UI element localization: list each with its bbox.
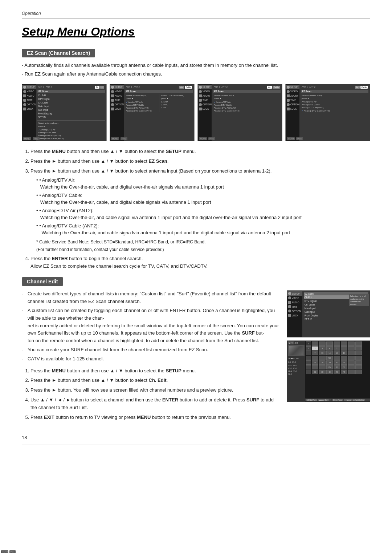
screen4-sidebar-option: OPTION	[286, 102, 299, 107]
screen3-opt1: Analog/DTV Air	[213, 100, 281, 104]
ch-grid-row-4: 27 28 29 30 31	[306, 360, 369, 365]
channel-edit-text: Create two different types of channel li…	[22, 290, 279, 426]
grid-header-1	[312, 341, 318, 346]
screen3-opt2: Analog/DTV Cable	[213, 104, 281, 106]
grid-r4-5: 31	[341, 360, 347, 365]
operation-label: Operation	[22, 11, 370, 16]
screen3-bottom: MENUPrev.	[198, 137, 282, 140]
sidebar-lock: LOCK	[22, 107, 36, 111]
grid-r6-3: 40	[326, 370, 333, 374]
ch-grid-header-left: ▲FX 2-0	[288, 341, 305, 344]
grid-r1-6	[348, 346, 355, 351]
grid-r4-4: 30	[334, 360, 340, 365]
grid-r5-2	[319, 365, 326, 369]
dash-item-3: You can create your SURF channel list fr…	[22, 346, 279, 354]
grid-r3-3: f 23	[326, 356, 333, 360]
screen3-main: ANT 1ANT 2 Air Cable EZ Scan Select ante…	[212, 84, 282, 141]
grid-r6-4: 45	[334, 370, 340, 374]
ez-step-4: Press the ENTER button to begin the chan…	[30, 255, 370, 270]
screen2-opt1: Analog/DTV Air	[125, 100, 158, 104]
ch-sidebar-time: Time	[287, 304, 302, 309]
screen2-sidebar-setup: SETUP	[110, 85, 124, 89]
grid-r5-6	[348, 365, 355, 369]
screen1-title: EZ Scan	[37, 90, 105, 93]
screen2-sidebar: SETUP VIDEO AUDIO TIME OPTION LOCK	[110, 84, 124, 141]
grid-r2-3: 14	[326, 351, 333, 355]
grid-r4-6	[348, 360, 355, 365]
ch-screen-main: EZ Scan Ch.Edit ► DTV Signal Ch. Label M…	[302, 291, 370, 337]
grid-r3-6	[348, 356, 355, 360]
grid-header-3	[326, 341, 333, 346]
ch-left-channels: 2-8 23-8 23-1 74-0 28-2 43-8 11-9 80-8 6…	[288, 361, 305, 376]
grid-r2-5: 16	[341, 351, 347, 355]
top-divider	[22, 18, 370, 19]
sidebar-video: VIDEO	[22, 89, 36, 94]
grid-r3-7	[355, 356, 362, 360]
channel-edit-screens: SETUP VIDEO AUDIO Time OPTION LOCK EZ Sc…	[287, 290, 370, 426]
ch-sidebar-lock: LOCK	[287, 313, 302, 318]
ez-scan-header: EZ Scan (Channel Search)	[22, 49, 95, 57]
grid-header-4	[334, 341, 340, 346]
grid-header-7	[355, 341, 362, 346]
grid-r5-7	[355, 365, 362, 369]
bottom-divider	[22, 445, 370, 445]
screen4-opt4: Analog+DTV Cable(ANT2)	[301, 109, 368, 112]
screen2-band2: 2. HRC	[160, 103, 193, 106]
page-number: 18	[22, 435, 370, 440]
ch-grid-row-2: 7 13 14 15 16	[306, 351, 369, 355]
screen2-sidebar-time: TIME	[110, 98, 124, 102]
screen4-opt2: Analog/DTV Cable	[301, 103, 368, 106]
screen2-bottom: MENUPrev.	[110, 137, 194, 140]
ch-grid-row-1: 2 2 3 4 5	[306, 346, 369, 351]
screen2-sidebar-audio: AUDIO	[110, 94, 124, 98]
screen1-menu-front: Front Display	[37, 112, 105, 116]
grid-r4-3: 29	[326, 360, 333, 365]
grid-r6-7	[355, 370, 362, 374]
sidebar-time: TIME	[22, 98, 36, 102]
grid-r4-1: 27	[312, 360, 318, 365]
dash-item-1: Create two different types of channel li…	[22, 290, 279, 306]
ez-scan-desc-2: - Run EZ Scan again after any Antenna/Ca…	[22, 70, 370, 78]
grid-r1-3: 4	[326, 346, 333, 351]
grid-r6-5: 46	[341, 370, 347, 374]
screen4-title: EZ Scan	[301, 90, 368, 93]
sidebar-setup: SETUP	[22, 85, 36, 89]
ch-grid-col-headers: N	[306, 341, 369, 346]
grid-r5-1	[312, 365, 318, 369]
ch-screen-bottom: MENU Prev.	[1, 550, 16, 553]
grid-header-2	[319, 341, 326, 346]
grid-r4-n	[306, 360, 311, 365]
antenna-bullets: • Analog/DTV Air: Watching the Over-the-…	[30, 177, 370, 236]
screen1-menu-chedit: Ch.Edit	[37, 94, 105, 97]
screen3-opt3: Analog+DTV Air(ANT2)	[213, 106, 281, 109]
ez-scan-screen-3: SETUP VIDEO AUDIO TIME OPTION LOCK ANT 1…	[197, 84, 282, 142]
screen2-title: EZ Scan	[125, 90, 193, 93]
screen1-menu-setid: SET ID	[37, 116, 105, 119]
screen2-sidebar-option: OPTION	[110, 102, 124, 107]
ch-grid-row-5: f 34 35 36	[306, 365, 369, 369]
grid-btn-move: ← Move	[344, 399, 352, 401]
screen4-sidebar-lock: LOCK	[286, 107, 299, 111]
grid-r6-1: 32	[312, 370, 318, 374]
screen4-main: ANT 1ANT 2 Air Cable EZ Scan Select ante…	[299, 84, 370, 141]
screen4-sidebar-setup: SETUP	[286, 85, 299, 89]
screen1-menu-dtv: DTV Signal	[37, 97, 105, 101]
grid-r3-4	[334, 356, 340, 360]
ch-grid-inner: ▲FX 2-0 SURF LIST 2-8 23-8 23-1 74-0	[287, 341, 370, 402]
screen1-opt2: Analog/DTV Cable	[37, 131, 105, 134]
ez-scan-screen-1: SETUP VIDEO AUDIO TIME OPTION LOCK ANT 1…	[22, 84, 107, 142]
screen2-opt2: Analog/DTV Cable	[125, 104, 158, 106]
analog-cable-ant2: • Analog/DTV Cable (ANT2): Watching the …	[36, 222, 370, 236]
ch-menu-front: Front Display	[304, 314, 368, 317]
grid-r2-2: 13	[319, 351, 326, 355]
ch-step-2: Press the ► button and then use ▲ / ▼ bu…	[30, 377, 279, 384]
screen2-main: ANT 1ANT 2 Air Cable EZ Scan Select ante…	[124, 84, 194, 141]
grid-header-n: N	[306, 341, 311, 346]
ez-scan-desc: - Automatically finds all channels avail…	[22, 62, 370, 78]
grid-r1-5	[341, 346, 347, 351]
sidebar-option: OPTION	[22, 102, 36, 107]
ez-scan-screens: SETUP VIDEO AUDIO TIME OPTION LOCK ANT 1…	[22, 84, 370, 142]
channel-edit-section: Channel Edit Create two different types …	[22, 277, 370, 426]
page-title: Setup Menu Options	[22, 25, 370, 39]
channel-edit-header: Channel Edit	[22, 277, 63, 286]
